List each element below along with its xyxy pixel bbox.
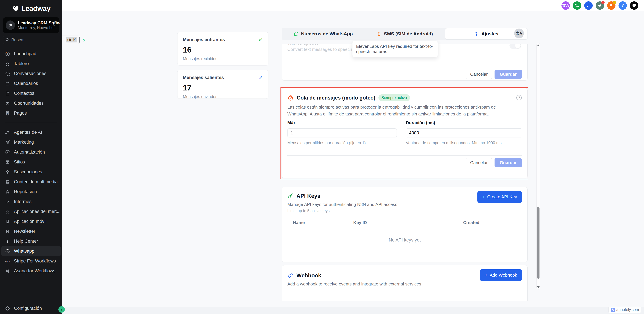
badge-ribbon-icon: [5, 169, 10, 175]
sidebar-item-aplicaciones-mercado[interactable]: Aplicaciones del merc...: [0, 207, 62, 216]
quick-actions-button[interactable]: [81, 36, 87, 44]
settings-tab-strip: Números de WhatsApp SMS (SIM de Android)…: [282, 28, 528, 40]
sidebar-item-reputacion[interactable]: Reputación: [0, 187, 62, 197]
create-api-key-button[interactable]: + Create API Key: [478, 191, 522, 203]
queue-card: Cola de mensajes (modo goteo) Siempre ac…: [282, 88, 528, 178]
tts-title: Talk to speech: [287, 44, 320, 46]
sidebar-item-marketing[interactable]: Marketing: [0, 137, 62, 147]
stopwatch-icon: [287, 95, 294, 101]
translate-button[interactable]: 文A: [562, 1, 570, 10]
play-circle-icon: [5, 150, 10, 155]
search-box[interactable]: ctrl K: [3, 36, 80, 44]
tts-cancel-button[interactable]: Cancelar: [466, 70, 492, 79]
sidebar-item-informes[interactable]: Informes: [0, 197, 62, 207]
divider: [287, 228, 522, 228]
receipt-icon: $: [5, 111, 10, 116]
stat-card-outgoing: Mensajes salientes ↗ 17 Mensajes enviado…: [177, 70, 268, 99]
tab-sms-android[interactable]: SMS (SIM de Android): [364, 28, 446, 40]
webhook-subtitle: Add a webhook to receive events and inte…: [287, 281, 421, 287]
chevron-updown-icon: [52, 23, 56, 28]
stat-subtitle: Mensajes recibidos: [183, 56, 263, 61]
always-active-badge: Siempre activo: [378, 94, 410, 101]
notification-dot-gold: [613, 1, 616, 4]
annotely-watermark[interactable]: A annotely.com: [608, 306, 641, 313]
sidebar-item-help-center[interactable]: i Help Center: [0, 236, 62, 246]
users-gear-icon: [5, 268, 10, 273]
webhook-card: Webhook Add a webhook to receive events …: [282, 265, 528, 300]
sidebar-item-pagos[interactable]: $ Pagos: [0, 108, 62, 118]
browser-globe-icon: [5, 160, 10, 165]
bell-icon: [609, 3, 614, 8]
megaphone-icon: [598, 3, 602, 8]
settings-scrollbar: [536, 43, 540, 289]
sparkles-button[interactable]: [584, 1, 593, 10]
sidebar-item-conversaciones[interactable]: Conversaciones: [0, 69, 62, 79]
webhook-card-clip: Webhook Add a webhook to receive events …: [282, 265, 528, 300]
queue-cancel-button[interactable]: Cancelar: [466, 158, 492, 167]
key-icon: [287, 193, 294, 199]
stat-value: 17: [183, 83, 263, 92]
sidebar: Leadway Leadway CRM Softw... Monterrey, …: [0, 0, 62, 314]
queue-save-button[interactable]: Guardar: [494, 158, 522, 167]
sidebar-item-sitios[interactable]: Sitios: [0, 157, 62, 167]
max-field-group: Máx Mensajes permitidos por duración (fi…: [287, 120, 397, 145]
help-button[interactable]: ?: [618, 1, 627, 10]
sidebar-item-aplicacion-movil[interactable]: Aplicación móvil: [0, 216, 62, 226]
api-keys-limit: Limit: up to 5 active keys: [287, 209, 330, 213]
sidebar-item-suscripciones[interactable]: Suscripciones: [0, 167, 62, 177]
chevron-left-icon: ‹: [61, 307, 62, 312]
announcements-button[interactable]: [596, 1, 604, 10]
sparkle-plus-icon: [5, 130, 10, 135]
max-input[interactable]: [287, 128, 397, 137]
api-keys-empty-state: No API keys yet: [282, 237, 528, 243]
column-header-name: Name: [293, 220, 305, 225]
add-webhook-button[interactable]: + Add Webhook: [480, 269, 522, 281]
profile-button[interactable]: [630, 1, 638, 10]
sidebar-item-agentes-ai[interactable]: Agentes de AI: [0, 127, 62, 137]
queue-help-button[interactable]: ?: [516, 95, 522, 100]
main-content: Mensajes entrantes ↙ 16 Mensajes recibid…: [62, 11, 644, 314]
leadway-logo-icon: [12, 5, 20, 13]
scrollbar-thumb[interactable]: [537, 207, 540, 279]
scroll-down-arrow[interactable]: [537, 286, 540, 288]
tab-translate-button[interactable]: 文A: [514, 29, 524, 38]
sidebar-item-whatsapp[interactable]: Whatsapp: [1, 246, 61, 256]
sidebar-item-contenido-multimedia[interactable]: Contenido multimedia ...: [0, 177, 62, 187]
workspace-selector[interactable]: Leadway CRM Softw... Monterrey, Nuevo Le…: [3, 17, 59, 33]
sidebar-item-asana-workflows[interactable]: Asana for Workflows: [0, 266, 62, 276]
people-arrows-icon: [5, 101, 10, 106]
scroll-up-arrow[interactable]: [537, 45, 540, 46]
tts-save-button[interactable]: Guardar: [494, 70, 522, 79]
divider: [287, 155, 522, 156]
leadway-logo: Leadway: [0, 0, 62, 13]
tab-whatsapp-numbers[interactable]: Números de WhatsApp: [282, 28, 364, 40]
duration-input[interactable]: [406, 128, 522, 137]
sidebar-item-oportunidades[interactable]: Oportunidades: [0, 98, 62, 108]
app-window: Leadway Leadway CRM Softw... Monterrey, …: [0, 0, 644, 314]
search-input[interactable]: [11, 37, 64, 43]
svg-text:$: $: [7, 112, 8, 114]
sidebar-item-configuracion[interactable]: Configuración: [0, 306, 62, 311]
sidebar-item-automatizacion[interactable]: Automatización: [0, 147, 62, 157]
sidebar-divider: [5, 123, 57, 123]
sidebar-item-calendarios[interactable]: Calendarios: [0, 79, 62, 88]
sidebar-item-newsletter[interactable]: Newsletter: [0, 226, 62, 236]
notifications-button[interactable]: [607, 1, 616, 10]
apps-grid-icon: [5, 209, 10, 214]
max-label: Máx: [287, 120, 397, 125]
duration-label: Duración (ms): [406, 120, 522, 125]
workspace-location: Monterrey, Nuevo Le...: [18, 26, 57, 30]
smartphone-icon: [5, 219, 10, 224]
calendar-icon: [5, 81, 10, 86]
tts-toggle[interactable]: [510, 44, 521, 49]
sidebar-item-launchpad[interactable]: Launchpad: [0, 49, 62, 59]
sidebar-collapse-button[interactable]: ‹: [58, 306, 65, 313]
sidebar-item-stripe-workflows[interactable]: stripe Stripe For Workflows: [0, 256, 62, 266]
whatsapp-icon: [294, 31, 299, 37]
sidebar-item-tablero[interactable]: Tablero: [0, 59, 62, 69]
chat-icon: [5, 71, 10, 76]
sidebar-item-contactos[interactable]: Contactos: [0, 88, 62, 98]
queue-title: Cola de mensajes (modo goteo): [297, 95, 376, 101]
gear-icon: [5, 306, 10, 311]
phone-button[interactable]: [573, 1, 581, 10]
